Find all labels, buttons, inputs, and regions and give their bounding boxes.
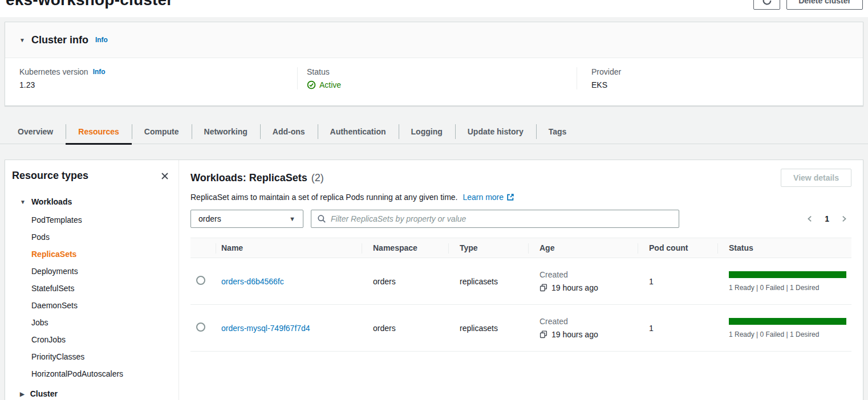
close-icon (160, 172, 169, 181)
status-bar (729, 271, 846, 278)
caret-down-icon: ▼ (20, 199, 26, 205)
filter-search-input[interactable] (331, 214, 673, 223)
refresh-button[interactable] (753, 0, 780, 10)
replicaset-name-link[interactable]: orders-d6b4566fc (221, 277, 284, 286)
sidebar-group-workloads[interactable]: ▼ Workloads (5, 197, 179, 206)
sidebar-item-podtemplates[interactable]: PodTemplates (5, 211, 179, 228)
replicasets-main: Workloads: ReplicaSets (2) View details … (179, 160, 863, 400)
row-status: 1 Ready | 0 Failed | 1 Desired (717, 318, 851, 338)
header-actions: Delete cluster (753, 0, 863, 10)
sidebar-item-jobs[interactable]: Jobs (5, 314, 179, 331)
delete-cluster-button[interactable]: Delete cluster (786, 0, 863, 10)
kubernetes-version-label: Kubernetes version (19, 67, 88, 76)
workloads-items: PodTemplates Pods ReplicaSets Deployment… (5, 211, 179, 382)
copy-button[interactable] (540, 330, 547, 338)
learn-more-link[interactable]: Learn more (463, 193, 514, 202)
caret-right-icon: ▶ (20, 391, 25, 397)
sidebar-item-statefulsets[interactable]: StatefulSets (5, 280, 179, 297)
close-sidebar-button[interactable] (159, 170, 171, 182)
replicasets-table: Name Namespace Type Age Pod count Status… (190, 238, 851, 352)
next-page-button[interactable] (839, 214, 849, 224)
sidebar-item-pods[interactable]: Pods (5, 228, 179, 246)
replicasets-count: (2) (311, 172, 324, 184)
page-title: eks-workshop-cluster (6, 0, 173, 9)
age-value: 19 hours ago (551, 330, 598, 339)
sidebar-item-daemonsets[interactable]: DaemonSets (5, 297, 179, 314)
select-all-header (190, 238, 216, 258)
search-icon (317, 214, 326, 223)
view-details-button[interactable]: View details (781, 169, 851, 187)
tab-compute[interactable]: Compute (132, 120, 192, 144)
cluster-info-header[interactable]: ▼ Cluster info Info (5, 22, 863, 58)
check-circle-icon (307, 80, 316, 89)
status-label: Status (307, 67, 577, 76)
resource-types-title: Resource types (12, 170, 88, 182)
row-pod-count: 1 (638, 277, 717, 286)
copy-icon (540, 284, 547, 292)
replicasets-heading: Workloads: ReplicaSets (190, 172, 307, 184)
tab-resources[interactable]: Resources (66, 120, 132, 144)
current-page-number[interactable]: 1 (825, 214, 829, 223)
sidebar-item-horizontalpodautoscalers[interactable]: HorizontalPodAutoscalers (5, 365, 179, 382)
sidebar-item-priorityclasses[interactable]: PriorityClasses (5, 348, 179, 365)
age-value: 19 hours ago (551, 283, 598, 292)
external-link-icon (506, 193, 514, 201)
column-header-age: Age (528, 238, 638, 258)
caret-down-icon: ▼ (19, 37, 25, 43)
provider-label: Provider (591, 67, 863, 76)
sidebar-item-cronjobs[interactable]: CronJobs (5, 331, 179, 348)
tab-update-history[interactable]: Update history (455, 120, 536, 144)
kubernetes-version-info-link[interactable]: Info (93, 68, 106, 76)
cluster-info-heading: Cluster info (31, 34, 88, 46)
column-header-type: Type (448, 238, 528, 258)
status-value: Active (319, 80, 341, 89)
tab-networking[interactable]: Networking (192, 120, 260, 144)
cluster-info-body: Kubernetes version Info 1.23 Status Acti… (5, 58, 863, 89)
row-type: replicasets (448, 324, 528, 333)
table-row: orders-d6b4566fc orders replicasets Crea… (190, 258, 851, 305)
kubernetes-version-value: 1.23 (19, 80, 297, 89)
row-status: 1 Ready | 0 Failed | 1 Desired (717, 271, 851, 292)
row-namespace: orders (362, 277, 448, 286)
caret-down-icon: ▼ (289, 215, 295, 222)
tab-tags[interactable]: Tags (536, 120, 579, 144)
tab-add-ons[interactable]: Add-ons (260, 120, 318, 144)
table-header-row: Name Namespace Type Age Pod count Status (190, 238, 851, 258)
status-text: 1 Ready | 0 Failed | 1 Desired (729, 330, 851, 338)
replicasets-description: ReplicaSet aims to maintain a set of rep… (190, 193, 457, 202)
row-radio-button[interactable] (196, 323, 205, 332)
status-bar (729, 318, 846, 325)
sidebar-item-replicasets[interactable]: ReplicaSets (5, 246, 179, 263)
provider-field: Provider EKS (577, 67, 863, 89)
row-radio-button[interactable] (196, 276, 205, 285)
sidebar-item-deployments[interactable]: Deployments (5, 263, 179, 280)
filter-search-box (311, 210, 679, 228)
pagination: 1 (805, 214, 851, 224)
cluster-tabs: Overview Resources Compute Networking Ad… (0, 120, 868, 144)
row-age: Created 19 hours ago (528, 317, 638, 339)
table-row: orders-mysql-749f67f7d4 orders replicase… (190, 305, 851, 352)
sidebar-group-cluster[interactable]: ▶ Cluster (5, 389, 179, 398)
tab-authentication[interactable]: Authentication (318, 120, 399, 144)
page-header: eks-workshop-cluster Delete cluster (0, 0, 868, 17)
age-created-label: Created (540, 270, 638, 279)
provider-value: EKS (591, 80, 863, 89)
cluster-info-info-link[interactable]: Info (95, 36, 108, 44)
namespace-filter-value: orders (198, 214, 221, 223)
row-age: Created 19 hours ago (528, 270, 638, 292)
tab-logging[interactable]: Logging (399, 120, 455, 144)
age-created-label: Created (540, 317, 638, 326)
namespace-filter-select[interactable]: orders ▼ (190, 210, 303, 228)
cluster-info-panel: ▼ Cluster info Info Kubernetes version I… (5, 22, 863, 106)
resource-types-sidebar: Resource types ▼ Workloads PodTemplates … (5, 160, 179, 400)
replicaset-name-link[interactable]: orders-mysql-749f67f7d4 (221, 324, 310, 333)
tab-overview[interactable]: Overview (5, 120, 66, 144)
previous-page-button[interactable] (805, 214, 815, 224)
column-header-status: Status (717, 238, 851, 258)
row-namespace: orders (362, 324, 448, 333)
refresh-icon (762, 0, 772, 6)
row-pod-count: 1 (638, 324, 717, 333)
column-header-pod-count: Pod count (638, 238, 717, 258)
resources-panel: Resource types ▼ Workloads PodTemplates … (5, 160, 863, 400)
copy-button[interactable] (540, 284, 547, 292)
